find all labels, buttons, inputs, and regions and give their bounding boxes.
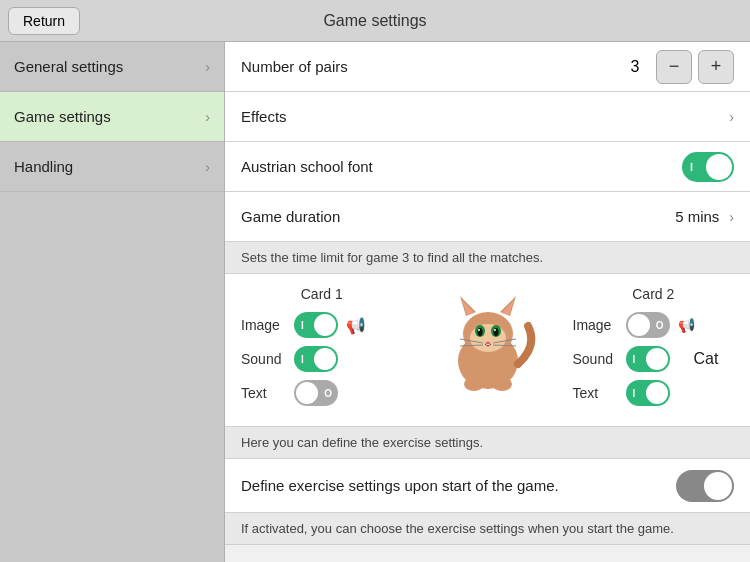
- chevron-icon-handling: ›: [205, 159, 210, 175]
- top-bar: Return Game settings: [0, 0, 750, 42]
- card1-text-label: Text: [241, 385, 286, 401]
- return-button[interactable]: Return: [8, 7, 80, 35]
- austrian-font-row: Austrian school font I: [225, 142, 750, 192]
- card2-sound-toggle[interactable]: I: [626, 346, 670, 372]
- card2-sound-label: Sound: [573, 351, 618, 367]
- svg-point-19: [492, 377, 512, 391]
- card1-title: Card 1: [241, 286, 403, 302]
- cat-image-area: [433, 286, 543, 391]
- card1-text-toggle-knob: [296, 382, 318, 404]
- svg-point-9: [477, 328, 482, 336]
- svg-point-18: [464, 377, 484, 391]
- card1-image-label: Image: [241, 317, 286, 333]
- define-exercise-row: Define exercise settings upon start of t…: [225, 459, 750, 513]
- card1-image-toggle[interactable]: I: [294, 312, 338, 338]
- main-layout: General settings › Game settings › Handl…: [0, 42, 750, 562]
- card1-sound-label: Sound: [241, 351, 286, 367]
- austrian-font-label: Austrian school font: [241, 158, 682, 175]
- card1-text-toggle-label: O: [324, 388, 332, 399]
- plus-button[interactable]: +: [698, 50, 734, 84]
- card2-sound-row: Sound I Cat: [573, 346, 735, 372]
- card2-text-toggle-label: I: [633, 388, 636, 399]
- card1-sound-row: Sound I: [241, 346, 403, 372]
- card1-image-toggle-label: I: [301, 320, 304, 331]
- card2-image-row: Image O 📢: [573, 312, 735, 338]
- card1-sound-toggle[interactable]: I: [294, 346, 338, 372]
- sidebar-label-game: Game settings: [14, 108, 111, 125]
- number-of-pairs-label: Number of pairs: [241, 58, 620, 75]
- num-controls: 3 − +: [620, 50, 734, 84]
- card1-col: Card 1 Image I 📢 Sound I: [241, 286, 403, 414]
- game-duration-row[interactable]: Game duration 5 mins ›: [225, 192, 750, 242]
- effects-chevron: ›: [729, 109, 734, 125]
- chevron-icon-general: ›: [205, 59, 210, 75]
- toggle-on-label: I: [690, 161, 693, 173]
- card2-text-row: Text I: [573, 380, 735, 406]
- minus-button[interactable]: −: [656, 50, 692, 84]
- card2-title: Card 2: [573, 286, 735, 302]
- content-area: Number of pairs 3 − + Effects › Austrian…: [225, 42, 750, 562]
- svg-point-11: [478, 329, 480, 331]
- toggle-knob: [706, 154, 732, 180]
- card1-sound-toggle-label: I: [301, 354, 304, 365]
- svg-point-6: [470, 324, 506, 352]
- game-duration-info-text: Sets the time limit for game 3 to find a…: [241, 250, 543, 265]
- sidebar-item-handling[interactable]: Handling ›: [0, 142, 224, 192]
- game-duration-info: Sets the time limit for game 3 to find a…: [225, 242, 750, 274]
- exercise-info-text: Here you can define the exercise setting…: [241, 435, 483, 450]
- define-exercise-info-text: If activated, you can choose the exercis…: [241, 521, 674, 536]
- effects-label: Effects: [241, 108, 729, 125]
- sidebar-label-handling: Handling: [14, 158, 73, 175]
- card2-text-toggle[interactable]: I: [626, 380, 670, 406]
- sidebar-item-game[interactable]: Game settings ›: [0, 92, 224, 142]
- effects-row[interactable]: Effects ›: [225, 92, 750, 142]
- exercise-info: Here you can define the exercise setting…: [225, 427, 750, 459]
- game-duration-value: 5 mins: [675, 208, 719, 225]
- card1-sound-toggle-knob: [314, 348, 336, 370]
- card2-sound-toggle-knob: [646, 348, 668, 370]
- card2-image-toggle-label: O: [656, 320, 664, 331]
- card2-image-toggle-knob: [628, 314, 650, 336]
- card2-image-label: Image: [573, 317, 618, 333]
- sidebar: General settings › Game settings › Handl…: [0, 42, 225, 562]
- game-duration-label: Game duration: [241, 208, 675, 225]
- sidebar-item-general[interactable]: General settings ›: [0, 42, 224, 92]
- svg-point-12: [494, 329, 496, 331]
- card2-image-toggle[interactable]: O: [626, 312, 670, 338]
- sidebar-label-general: General settings: [14, 58, 123, 75]
- define-exercise-label: Define exercise settings upon start of t…: [241, 477, 676, 494]
- card1-speaker-icon: 📢: [346, 316, 366, 335]
- card1-text-row: Text O: [241, 380, 403, 406]
- card1-image-toggle-knob: [314, 314, 336, 336]
- svg-point-10: [493, 328, 498, 336]
- cat-word-label: Cat: [694, 350, 719, 368]
- define-exercise-toggle-knob: [704, 472, 732, 500]
- card2-sound-toggle-label: I: [633, 354, 636, 365]
- chevron-icon-game: ›: [205, 109, 210, 125]
- card1-image-row: Image I 📢: [241, 312, 403, 338]
- card1-text-toggle[interactable]: O: [294, 380, 338, 406]
- define-exercise-toggle[interactable]: O: [676, 470, 734, 502]
- card2-col: Card 2 Image O 📢 Sound I: [573, 286, 735, 414]
- game-duration-chevron: ›: [729, 209, 734, 225]
- card2-text-label: Text: [573, 385, 618, 401]
- define-exercise-info: If activated, you can choose the exercis…: [225, 513, 750, 545]
- page-title: Game settings: [323, 12, 426, 30]
- austrian-font-toggle[interactable]: I: [682, 152, 734, 182]
- number-of-pairs-row: Number of pairs 3 − +: [225, 42, 750, 92]
- pairs-value: 3: [620, 58, 650, 76]
- cat-image: [438, 286, 538, 391]
- card2-speaker-icon: 📢: [678, 317, 695, 333]
- cards-container: Card 1 Image I 📢 Sound I: [241, 286, 734, 414]
- cards-section: Card 1 Image I 📢 Sound I: [225, 274, 750, 427]
- card2-text-toggle-knob: [646, 382, 668, 404]
